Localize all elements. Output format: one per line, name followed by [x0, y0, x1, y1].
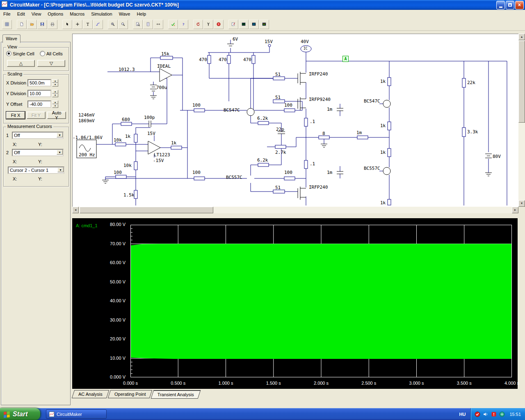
y-offset-spinner[interactable]: ▴▾ — [52, 100, 58, 108]
component-label[interactable]: 51 — [275, 95, 281, 100]
print-button[interactable] — [48, 20, 57, 29]
component-label[interactable]: -1.86/1.86V — [73, 135, 103, 140]
component-label[interactable]: 1012.3 — [119, 67, 135, 72]
component-label[interactable]: 40V — [301, 39, 309, 44]
wave-tab[interactable]: Wave — [2, 34, 21, 43]
component-label[interactable]: 470 — [219, 57, 227, 62]
add-part-button[interactable] — [73, 20, 82, 29]
minimize-button[interactable] — [496, 1, 505, 9]
component-label[interactable]: 51 — [275, 185, 281, 190]
y-division-spinner[interactable]: ▴▾ — [52, 90, 58, 97]
spin-down-icon[interactable]: ▾ — [52, 104, 58, 108]
component-label[interactable]: 680 — [122, 117, 130, 122]
chevron-down-icon[interactable]: ▾ — [57, 132, 63, 137]
sheet-view-button[interactable] — [143, 20, 153, 29]
component-label[interactable]: 100 — [284, 103, 292, 108]
component-label[interactable]: IC — [304, 47, 308, 50]
menu-item-help[interactable]: Help — [133, 11, 149, 17]
stop-simulation-button[interactable] — [214, 20, 224, 29]
menu-item-file[interactable]: File — [0, 11, 14, 17]
all-cells-radio[interactable]: All Cells — [40, 51, 63, 56]
start-button[interactable]: Start — [0, 408, 40, 420]
tray-shield-icon[interactable] — [474, 411, 481, 418]
cursor-tool-button[interactable] — [62, 20, 72, 29]
zoom-tool-button[interactable] — [118, 20, 128, 29]
menu-item-edit[interactable]: Edit — [14, 11, 28, 17]
component-label[interactable]: -15V — [153, 158, 164, 163]
waveform-viewer[interactable]: A: cmd1_1 80.00 V70.00 V60.00 V50.00 V40… — [72, 218, 518, 389]
scroll-left-icon[interactable]: ◂ — [72, 207, 79, 213]
component-label[interactable]: 3.3k — [467, 129, 478, 135]
tab-ac-analysis[interactable]: AC Analysis — [72, 390, 109, 398]
component-label[interactable]: 100 — [114, 170, 122, 175]
component-label[interactable]: 15V — [147, 131, 155, 136]
y-offset-input[interactable]: -40.00 — [27, 100, 51, 108]
next-wave-button[interactable]: ▽ — [37, 60, 65, 67]
scroll-down-icon[interactable]: ▾ — [518, 200, 525, 207]
component-label[interactable]: 10k — [123, 163, 132, 168]
component-label[interactable]: 1246mV — [78, 112, 95, 118]
sheet-zoom-button[interactable] — [133, 20, 143, 29]
component-label[interactable]: 1k — [380, 200, 386, 205]
component-label[interactable]: 6.2k — [257, 116, 268, 121]
component-label[interactable]: 10k — [114, 137, 122, 143]
spin-down-icon[interactable]: ▾ — [52, 94, 58, 97]
component-label[interactable]: 15V — [265, 39, 273, 44]
cursor-difference-select[interactable]: Cursor 2 - Cursor 1▾ — [8, 167, 64, 174]
tray-alert-icon[interactable] — [491, 411, 497, 418]
fit-x-button[interactable]: Fit X — [6, 112, 25, 119]
new-file-button[interactable] — [17, 20, 27, 29]
schematic-horizontal-scrollbar[interactable]: ◂ ▸ — [72, 207, 518, 213]
vertical-scroll-thumb[interactable] — [518, 41, 525, 123]
component-label[interactable]: 8 — [322, 131, 325, 136]
component-label[interactable]: LT1223 — [154, 152, 170, 158]
save-file-button[interactable] — [37, 20, 47, 29]
component-label[interactable]: 6.2k — [257, 158, 268, 163]
component-label[interactable]: 15k — [161, 51, 169, 57]
previous-wave-button[interactable]: △ — [7, 60, 35, 67]
wire-tool-button[interactable] — [93, 20, 103, 29]
digital-waveform-button[interactable] — [249, 20, 259, 29]
tab-transient-analysis[interactable]: Transient Analysis — [151, 390, 201, 399]
split-view-button[interactable] — [153, 20, 163, 29]
component-label[interactable]: 470 — [243, 57, 251, 62]
component-label[interactable]: 1.5k — [123, 192, 135, 198]
component-label[interactable]: 22p — [276, 127, 284, 132]
component-label[interactable]: 1m — [356, 130, 362, 135]
erc-check-button[interactable] — [168, 20, 178, 29]
auto-y-button[interactable]: Auto Y — [47, 112, 66, 119]
language-indicator[interactable]: HU — [454, 412, 471, 417]
component-label[interactable]: 100 — [192, 170, 201, 175]
component-label[interactable]: 470 — [199, 57, 207, 62]
scroll-right-icon[interactable]: ▸ — [512, 207, 518, 213]
component-label[interactable]: IDEAL — [157, 64, 171, 69]
spin-up-icon[interactable]: ▴ — [52, 90, 58, 94]
component-label[interactable]: 1k — [125, 134, 130, 139]
cursor1-select[interactable]: Off▾ — [12, 132, 64, 139]
menu-item-view[interactable]: View — [28, 11, 45, 17]
component-label[interactable]: 1k — [380, 79, 386, 84]
component-label[interactable]: 100 — [284, 170, 292, 175]
spin-up-icon[interactable]: ▴ — [52, 79, 58, 83]
horizontal-scroll-thumb[interactable] — [80, 207, 213, 213]
component-label[interactable]: 1869mV — [78, 118, 95, 123]
component-label[interactable]: IRFP240 — [309, 71, 328, 77]
component-label[interactable]: IRFP240 — [309, 185, 328, 190]
menu-item-macros[interactable]: Macros — [66, 11, 88, 17]
component-label[interactable]: 1m — [327, 107, 332, 112]
cursor2-select[interactable]: Off▾ — [12, 149, 64, 156]
component-label[interactable]: 100 — [192, 103, 201, 108]
fit-y-button[interactable]: Fit Y — [27, 112, 46, 119]
open-file-button[interactable] — [27, 20, 37, 29]
maximize-button[interactable] — [506, 1, 514, 9]
component-label[interactable]: 200 Hz — [79, 152, 95, 158]
menu-item-simulation[interactable]: Simulation — [88, 11, 115, 17]
tab-operating-point[interactable]: Operating Point — [107, 390, 152, 398]
waveform-plot[interactable] — [130, 225, 512, 377]
component-label[interactable]: BC557C — [226, 175, 242, 180]
schematic-vertical-scrollbar[interactable]: ▴ ▾ — [518, 34, 525, 207]
schematic-canvas[interactable]: 6V15V40VIC47047047015kIDEAL1012.351IRFP2… — [72, 34, 518, 207]
spin-down-icon[interactable]: ▾ — [52, 83, 58, 87]
menu-item-options[interactable]: Options — [44, 11, 66, 17]
component-label[interactable]: 100p — [144, 115, 155, 120]
